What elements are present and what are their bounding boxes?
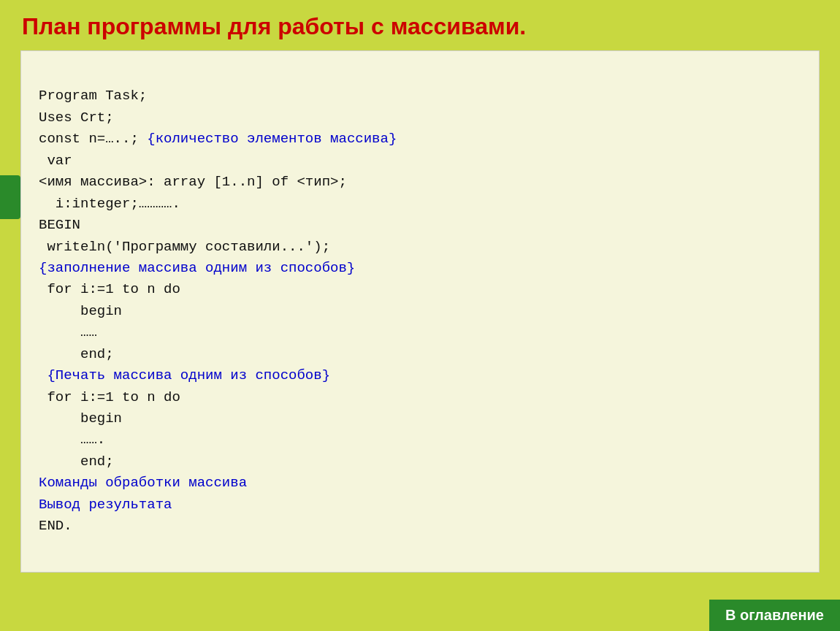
back-to-contents-button[interactable]: В оглавление — [709, 600, 840, 631]
line-6: i:integer;…………. — [39, 196, 180, 212]
line-2: Uses Crt; — [39, 110, 114, 126]
green-left-tab — [0, 175, 20, 219]
code-block: Program Task; Uses Crt; const n=…..; {ко… — [39, 64, 801, 559]
line-16: begin — [39, 410, 122, 427]
line-12: …… — [39, 324, 97, 340]
line-20: Вывод результата — [39, 497, 172, 513]
line-17: ……. — [39, 432, 105, 448]
line-1: Program Task; — [39, 88, 147, 104]
line-18: end; — [39, 454, 114, 470]
line-8: writeln('Программу составили...'); — [39, 239, 330, 255]
line-21: END. — [39, 518, 72, 534]
code-container: Program Task; Uses Crt; const n=…..; {ко… — [20, 50, 820, 573]
line-7: BEGIN — [39, 217, 80, 233]
line-4: var — [39, 153, 72, 169]
line-15: for i:=1 to n do — [39, 389, 180, 405]
line-19: Команды обработки массива — [39, 475, 247, 491]
line-3: const n=…..; {количество элементов масси… — [39, 131, 397, 147]
page-title: План программы для работы с массивами. — [0, 0, 840, 50]
line-5: <имя массива>: array [1..n] of <тип>; — [39, 174, 347, 190]
line-10: for i:=1 to n do — [39, 281, 180, 297]
line-9: {заполнение массива одним из способов} — [39, 260, 355, 276]
line-14: {Печать массива одним из способов} — [39, 367, 330, 383]
line-13: end; — [39, 346, 114, 362]
line-11: begin — [39, 303, 122, 319]
